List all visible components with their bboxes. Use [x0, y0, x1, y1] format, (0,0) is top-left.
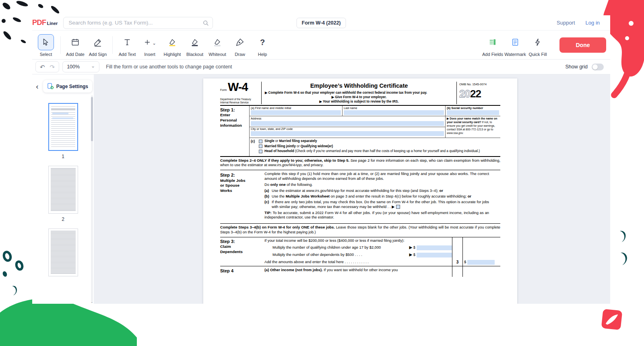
married-jointly-checkbox[interactable] [259, 144, 262, 148]
question-icon: ? [254, 34, 270, 50]
toggle-knob [592, 64, 598, 70]
step2-option-b: (b) Use the Multiple Jobs Worksheet on p… [264, 194, 489, 199]
ssn-field[interactable] [447, 110, 499, 115]
toolbar-right-group: Add Fields Watermark Quick Fill Done [481, 33, 608, 57]
blackout-button[interactable]: Blackout [184, 33, 206, 57]
step1-section: Step 1: Enter Personal Information (a) F… [220, 106, 500, 157]
collapse-sidebar-button[interactable]: ‹ [34, 82, 41, 91]
address-label: Address [251, 117, 444, 120]
draw-button[interactable]: Draw [229, 33, 251, 57]
add-text-button[interactable]: Add Text [116, 33, 138, 57]
add-fields-button[interactable]: Add Fields [481, 33, 504, 57]
search-form [63, 17, 213, 29]
address-field[interactable] [251, 121, 444, 126]
step4-line-col [452, 266, 462, 277]
done-button[interactable]: Done [559, 37, 606, 53]
page-thumbnail-2[interactable] [48, 166, 78, 214]
page-thumbnail-1[interactable] [48, 103, 78, 151]
redo-icon[interactable]: ↷ [50, 64, 55, 70]
show-grid-toggle[interactable] [592, 64, 604, 70]
other-dependents-amount-field[interactable] [417, 253, 452, 257]
page-number: 2 [62, 216, 64, 222]
search-icon[interactable] [202, 20, 209, 26]
text-icon [119, 34, 135, 50]
sidebar-scrollbar[interactable] [91, 95, 93, 302]
highlighter-icon [164, 34, 180, 50]
watermark-button[interactable]: Watermark [504, 33, 526, 57]
search-input[interactable] [63, 17, 213, 29]
select-tool-button[interactable]: Select [35, 33, 57, 57]
step2-option-c: (c) If there are only two jobs total, yo… [264, 200, 489, 210]
form-number: W-4 [228, 80, 248, 93]
plus-icon [143, 38, 151, 46]
add-sign-button[interactable]: Add Sign [87, 33, 109, 57]
highlight-button[interactable]: Highlight [161, 33, 184, 57]
form-year: 2022 [459, 89, 500, 99]
quick-fill-button[interactable]: Quick Fill [526, 33, 549, 57]
dept-line2: Internal Revenue Service [220, 101, 260, 104]
filing-status-row: (c) Single or Married filing separately … [250, 138, 500, 156]
document-canvas: Form W-4 Department of the Treasury Inte… [94, 74, 610, 304]
thumb-preview [52, 113, 68, 114]
last-name-field[interactable] [344, 110, 444, 115]
step3-sublabel: Claim [220, 244, 264, 249]
main-toolbar: Select Add Date Add Sign Add Text ⌄ [32, 31, 610, 60]
chevron-down-icon: ⌄ [152, 41, 156, 46]
head-of-household-checkbox[interactable] [259, 150, 262, 153]
step3-line-col [452, 251, 462, 259]
filing-status-option: Married filing jointly or Qualifying wid… [259, 144, 499, 149]
steps-3-4b-note: Complete Steps 3–4(b) on Form W-4 for on… [220, 224, 500, 237]
add-date-button[interactable]: Add Date [64, 33, 87, 57]
form-word: Form [220, 89, 227, 91]
two-jobs-checkbox[interactable] [396, 205, 400, 209]
page-number: 1 [62, 154, 64, 159]
zoom-dropdown[interactable]: 100% ⌄ [62, 61, 99, 72]
form-fields-icon [485, 34, 501, 50]
whiteout-button[interactable]: Whiteout [206, 33, 229, 57]
step1-sublabel: Personal [220, 118, 249, 123]
step4-section: Step 4 (a) Other income (not from jobs).… [220, 266, 500, 277]
insert-button[interactable]: ⌄ Insert [138, 33, 161, 57]
page-thumbnails: 1 2 [32, 103, 94, 286]
thumb-preview [51, 231, 76, 274]
step3-row-number: 3 [452, 259, 462, 266]
step3-total-field[interactable] [467, 260, 495, 265]
pdfliner-app: PDF Liner Form W-4 (2022) Support Log in… [32, 15, 610, 304]
step3-children-row: Multiply the number of qualifying childr… [264, 244, 452, 251]
step2-sublabel: Multiple Jobs [220, 178, 264, 183]
logo-liner-text: Liner [47, 21, 58, 26]
top-header: PDF Liner Form W-4 (2022) Support Log in [32, 15, 610, 31]
qualifying-children-amount-field[interactable] [417, 245, 452, 250]
step3-total-cell: $ [462, 259, 500, 266]
step3-amount-col [462, 244, 500, 251]
page-thumbnail-3[interactable] [48, 229, 78, 276]
first-name-label: (a) First name and middle initial [251, 106, 341, 110]
pages-sidebar: ‹ Page Settings [32, 74, 94, 304]
first-name-field[interactable] [251, 110, 341, 115]
pdfliner-logo[interactable]: PDF Liner [32, 19, 58, 27]
page-settings-button[interactable]: Page Settings [43, 80, 92, 93]
form-instruction: ▶ Complete Form W-4 so that your employe… [265, 91, 453, 95]
city-field[interactable] [251, 131, 444, 136]
pdf-file-icon [601, 308, 624, 332]
ssa-note: ▶ Does your name match the name on your … [445, 116, 500, 138]
login-link[interactable]: Log in [586, 20, 600, 26]
page-settings-icon [47, 83, 54, 90]
step3-line-col [452, 244, 462, 251]
ssa-gov-link: www.ssa.gov. [447, 132, 464, 134]
scrollbar-thumb[interactable] [91, 97, 93, 141]
undo-icon[interactable]: ↶ [40, 64, 45, 70]
toolbar-divider [60, 36, 61, 54]
support-link[interactable]: Support [557, 20, 575, 26]
scroll-down-arrow[interactable]: ⌄ [90, 300, 93, 304]
city-label: City or town, state, and ZIP code [251, 127, 444, 131]
step2-tip: TIP: To be accurate, submit a 2022 Form … [264, 211, 489, 220]
help-button[interactable]: ? Help [251, 33, 274, 57]
step2-sublabel: Works [220, 188, 264, 194]
step2-sublabel: or Spouse [220, 183, 264, 188]
whiteout-marker-icon [209, 34, 225, 50]
single-checkbox[interactable] [259, 140, 262, 143]
omb-number: OMB No. 1545-0074 [459, 82, 500, 86]
form-title: Employee’s Withholding Certificate [265, 82, 453, 90]
calendar-icon [67, 34, 83, 50]
